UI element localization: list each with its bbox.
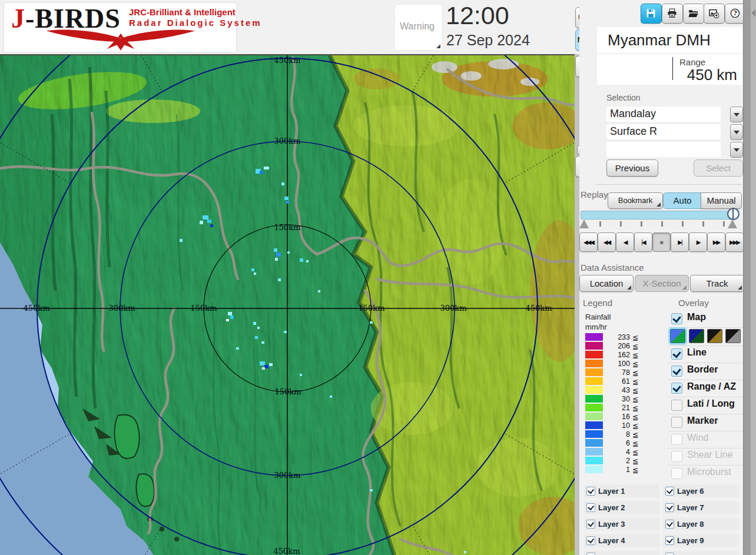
layer-3-row[interactable]: Layer 3	[584, 518, 659, 530]
manual-button[interactable]: Manual	[701, 192, 742, 209]
selection-label: Selection	[606, 93, 641, 102]
slider-end-marker[interactable]	[728, 220, 737, 228]
step-forward-button[interactable]: ▶|	[671, 232, 689, 252]
legend-swatch	[585, 342, 603, 350]
eagle-icon	[9, 28, 233, 51]
forward-fastest-button[interactable]: ▶▶▶	[725, 232, 744, 252]
rewind-fastest-button[interactable]: ◀◀◀	[579, 232, 598, 252]
layer-2-checkbox[interactable]	[586, 503, 595, 512]
layer-6-checkbox[interactable]	[665, 487, 674, 496]
selection-extra-dropdown-button[interactable]	[730, 142, 743, 158]
legend-swatch	[585, 421, 603, 429]
layer-1-row[interactable]: Layer 1	[584, 485, 659, 497]
radar-map[interactable]: 150km 150km 150km 150km 300km 300km 300k…	[0, 54, 575, 555]
overlay-item-marker[interactable]: Marker	[668, 414, 743, 429]
open-folder-button[interactable]	[683, 4, 704, 24]
track-button[interactable]: Track	[690, 275, 744, 292]
legend-swatch	[585, 457, 603, 464]
slider-tick	[641, 221, 642, 227]
range-value: 450 km	[687, 66, 737, 84]
map-style-swatch-4[interactable]	[725, 329, 741, 343]
selection-product-dropdown-button[interactable]	[730, 124, 743, 140]
legend-swatch	[585, 386, 603, 394]
fast-forward-button[interactable]: ▶▶	[707, 232, 725, 252]
previous-button[interactable]: Previous	[606, 159, 658, 177]
layer-4-row[interactable]: Layer 4	[584, 534, 659, 547]
border-checkbox[interactable]	[671, 365, 682, 377]
auto-button[interactable]: Auto	[663, 192, 702, 209]
play-backward-button[interactable]: ◀	[616, 232, 634, 252]
overlay-item-range-az[interactable]: Range / AZ	[668, 380, 743, 395]
overlay-item-lati-long[interactable]: Lati / Long	[668, 397, 743, 412]
layer-4-checkbox[interactable]	[586, 536, 595, 545]
layer-9-row[interactable]: Layer 9	[663, 534, 738, 547]
stop-button[interactable]: ■	[652, 232, 671, 252]
panel-collapse-arrow-icon[interactable]	[751, 9, 755, 16]
select-button[interactable]: Select	[694, 159, 743, 177]
station-name-box: Myanmar DMH	[597, 27, 742, 53]
map-style-swatch-1[interactable]	[670, 329, 685, 343]
export-image-button[interactable]	[704, 4, 725, 24]
selection-product-field[interactable]: Surface R	[606, 124, 721, 139]
layer-8-checkbox[interactable]	[665, 520, 674, 529]
legend-swatch	[585, 404, 603, 411]
layer-9-checkbox[interactable]	[665, 536, 674, 545]
layer-10-row-partial[interactable]	[663, 551, 738, 555]
map-style-swatch-3[interactable]	[707, 329, 722, 343]
range-ring-label: 450km	[23, 304, 49, 313]
overlay-item-border[interactable]: Border	[668, 363, 743, 378]
control-panel: ? Myanmar DMH Range 450 km Selection Man…	[579, 0, 743, 555]
range-ring-label: 300km	[440, 304, 466, 313]
legend-swatch	[585, 430, 603, 438]
selection-extra-field[interactable]	[606, 142, 721, 157]
panel-scrollbar[interactable]	[743, 0, 751, 555]
replay-slider-track[interactable]	[581, 211, 736, 220]
range-az-checkbox[interactable]	[671, 383, 682, 394]
bookmark-button[interactable]: Bookmark	[608, 192, 663, 209]
overlay-item-line[interactable]: Line	[668, 345, 743, 361]
overlay-item-map[interactable]: Map	[668, 311, 743, 325]
help-icon: ?	[730, 8, 740, 18]
warning-dropdown[interactable]: Warning	[394, 4, 443, 51]
location-button[interactable]: Location	[579, 275, 634, 292]
map-style-swatch-2[interactable]	[689, 329, 704, 343]
legend-swatch	[585, 360, 603, 367]
layer-5-checkbox[interactable]	[586, 553, 595, 555]
selection-site-dropdown-button[interactable]	[730, 107, 743, 122]
layer-3-checkbox[interactable]	[586, 520, 595, 529]
replay-label: Replay	[581, 190, 608, 200]
range-ring-label: 450km	[273, 547, 300, 555]
layer-2-row[interactable]: Layer 2	[584, 501, 659, 514]
layer-1-checkbox[interactable]	[586, 487, 595, 496]
map-checkbox[interactable]	[671, 313, 682, 324]
slider-tick	[723, 221, 725, 227]
layer-10-checkbox[interactable]	[665, 553, 674, 555]
layer-8-row[interactable]: Layer 8	[663, 518, 738, 530]
replay-slider-handle[interactable]	[727, 208, 740, 220]
layer-7-row[interactable]: Layer 7	[663, 501, 738, 514]
legend-title: Rainfall	[585, 313, 611, 321]
radar-map-canvas: 150km 150km 150km 150km 300km 300km 300k…	[0, 55, 575, 555]
x-section-button[interactable]: X-Section	[635, 275, 689, 292]
rewind-button[interactable]: ◀◀	[598, 232, 616, 252]
selection-site-field[interactable]: Mandalay	[606, 107, 721, 122]
marker-checkbox[interactable]	[671, 417, 682, 428]
overlay-label: Overlay	[678, 298, 709, 308]
layer-7-checkbox[interactable]	[665, 503, 674, 512]
shear-line-checkbox	[671, 451, 682, 462]
legend-swatch	[585, 466, 603, 473]
layer-5-row-partial[interactable]	[584, 551, 659, 555]
step-back-button[interactable]: |◀	[634, 232, 652, 252]
export-image-icon	[709, 8, 719, 18]
print-button[interactable]	[662, 4, 683, 24]
save-button[interactable]	[641, 4, 662, 24]
line-checkbox[interactable]	[671, 348, 682, 360]
layer-6-row[interactable]: Layer 6	[663, 485, 738, 497]
slider-start-marker[interactable]	[579, 220, 589, 228]
legend-swatch	[585, 395, 603, 403]
print-icon	[667, 8, 677, 18]
range-ring-label: 300km	[274, 471, 300, 480]
range-ring-label: 450km	[525, 304, 552, 313]
lati-long-checkbox[interactable]	[671, 400, 682, 411]
play-button[interactable]: ▶	[689, 232, 707, 252]
